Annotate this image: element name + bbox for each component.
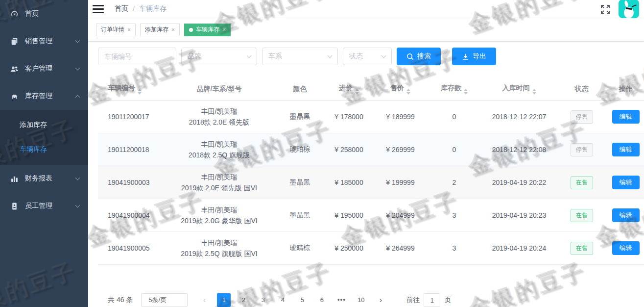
column-header-actions: 操作 [607, 85, 644, 94]
edit-button[interactable]: 编辑 [612, 241, 640, 255]
status-select-placeholder: 状态 [349, 52, 378, 61]
sidebar-item-inventory[interactable]: 库存管理 [0, 82, 88, 110]
series-select[interactable]: 车系 [262, 48, 338, 65]
column-header-price[interactable]: 售价 [375, 84, 426, 95]
table-row: 19011200018 丰田/凯美瑞2018款 2.5Q 旗舰版 琥珀棕 ¥ 2… [98, 133, 644, 166]
breadcrumb-home[interactable]: 首页 [115, 4, 128, 13]
cell-time: 2018-12-12 22:08 [482, 146, 556, 154]
sidebar-item-vehicle-inventory[interactable]: 车辆库存 [0, 137, 88, 162]
sidebar-item-add-inventory[interactable]: 添加库存 [0, 113, 88, 137]
cell-model: 丰田/凯美瑞2019款 2.0G 豪华版 国VI [162, 205, 277, 226]
page-size-select[interactable]: 5条/页 [141, 293, 188, 307]
cell-status: 在售 [556, 176, 607, 189]
vehicle-id-input[interactable] [98, 48, 176, 65]
page-button-1[interactable]: 1 [217, 293, 231, 307]
next-page-button[interactable]: › [374, 293, 387, 307]
cell-model: 丰田/凯美瑞2018款 2.0E 领先版 [162, 106, 277, 128]
hamburger-menu-button[interactable] [93, 5, 104, 13]
sidebar-item-label: 员工管理 [25, 202, 52, 210]
more-pages-button[interactable]: ••• [334, 293, 348, 307]
column-header-time[interactable]: 入库时间 [482, 84, 556, 95]
edit-button[interactable]: 编辑 [612, 176, 640, 189]
sidebar-item-label: 库存管理 [25, 92, 52, 101]
column-header-stock[interactable]: 库存数 [426, 84, 482, 95]
page-button-6[interactable]: 6 [315, 293, 329, 307]
total-count: 共 46 条 [108, 296, 133, 305]
sidebar-item-employees[interactable]: 员工管理 [0, 192, 88, 220]
cell-price: ¥ 264999 [375, 244, 426, 252]
page-button-2[interactable]: 2 [237, 293, 250, 307]
sort-icon[interactable] [464, 89, 468, 95]
chevron-down-icon [247, 53, 252, 58]
cell-model: 丰田/凯美瑞2019款 2.0E 领先版 国VI [162, 172, 277, 193]
close-icon[interactable]: × [222, 27, 226, 33]
sidebar-subitem-label: 车辆库存 [20, 145, 47, 154]
status-badge: 在售 [571, 242, 593, 255]
cell-cost: ¥ 258000 [323, 146, 375, 154]
goto-page-input[interactable] [424, 293, 440, 307]
edit-button[interactable]: 编辑 [612, 110, 640, 124]
export-button[interactable]: 导出 [452, 48, 496, 65]
employee-icon [10, 202, 19, 210]
chevron-down-icon [75, 203, 80, 208]
column-header-vehicle-id[interactable]: 车辆编号 [98, 84, 162, 95]
table-row: 19011200017 丰田/凯美瑞2018款 2.0E 领先版 墨晶黑 ¥ 1… [98, 101, 644, 133]
cell-color: 琥珀棕 [277, 145, 323, 154]
sort-icon[interactable] [355, 89, 359, 95]
cell-cost: ¥ 195000 [323, 211, 375, 219]
sidebar-item-finance[interactable]: 财务报表 [0, 165, 88, 192]
tab-add-inventory[interactable]: 添加库存 × [140, 24, 180, 36]
sort-icon[interactable] [406, 89, 410, 95]
cell-color: 墨晶黑 [277, 211, 323, 220]
edit-button[interactable]: 编辑 [612, 208, 640, 222]
close-icon[interactable]: × [171, 27, 175, 33]
cell-vehicle-id: 19041900005 [98, 244, 162, 252]
cell-stock: 0 [426, 146, 482, 154]
page-button-3[interactable]: 3 [256, 293, 270, 307]
tab-vehicle-inventory[interactable]: 车辆库存 × [184, 24, 231, 36]
tab-order-detail[interactable]: 订单详情 × [96, 24, 136, 36]
cell-actions: 编辑 [607, 176, 644, 189]
sidebar-item-customers[interactable]: 客户管理 [0, 55, 88, 82]
page-button-5[interactable]: 5 [295, 293, 309, 307]
export-button-label: 导出 [473, 52, 486, 61]
sort-icon[interactable] [532, 89, 536, 95]
status-badge: 在售 [571, 176, 593, 189]
prev-page-button[interactable]: ‹ [197, 293, 211, 307]
cell-price: ¥ 189999 [375, 113, 426, 121]
tab-label: 订单详情 [101, 26, 124, 34]
close-icon[interactable]: × [127, 27, 131, 33]
brand-select[interactable]: 品牌 [181, 48, 257, 65]
table-row: 19041900003 丰田/凯美瑞2019款 2.0E 领先版 国VI 墨晶黑… [98, 166, 644, 199]
cell-time: 2019-04-19 20:23 [482, 211, 556, 219]
sort-icon[interactable] [138, 89, 142, 95]
avatar[interactable] [619, 0, 639, 18]
chevron-down-icon [75, 66, 80, 71]
cell-vehicle-id: 19041900003 [98, 179, 162, 186]
cell-status: 在售 [556, 209, 607, 222]
search-icon [406, 53, 414, 60]
status-select[interactable]: 状态 [343, 48, 392, 65]
page-button-10[interactable]: 10 [354, 293, 368, 307]
filter-bar: 品牌 车系 状态 搜索 导出 [98, 48, 644, 65]
chevron-down-icon [75, 38, 80, 43]
cell-status: 在售 [556, 242, 607, 255]
page-size-value: 5条/页 [148, 296, 183, 305]
fullscreen-icon[interactable] [601, 5, 610, 14]
search-button[interactable]: 搜索 [397, 48, 441, 65]
cell-time: 2019-04-19 20:24 [482, 244, 556, 252]
main-area: 首页 / 车辆库存 订单详情 × 添加库存 × [88, 0, 644, 307]
page-button-4[interactable]: 4 [276, 293, 289, 307]
cell-actions: 编辑 [607, 110, 644, 124]
documents-icon [10, 37, 19, 46]
edit-button[interactable]: 编辑 [612, 143, 640, 156]
column-header-cost[interactable]: 进价 [323, 84, 375, 95]
cell-color: 墨晶黑 [277, 178, 323, 187]
cell-color: 墨晶黑 [277, 112, 323, 121]
sidebar-item-label: 财务报表 [25, 174, 52, 183]
topbar-right [601, 0, 639, 18]
cell-price: ¥ 199999 [375, 179, 426, 186]
sidebar-item-sales[interactable]: 销售管理 [0, 27, 88, 55]
sidebar-item-home[interactable]: 首页 [0, 0, 88, 27]
cell-actions: 编辑 [607, 208, 644, 222]
